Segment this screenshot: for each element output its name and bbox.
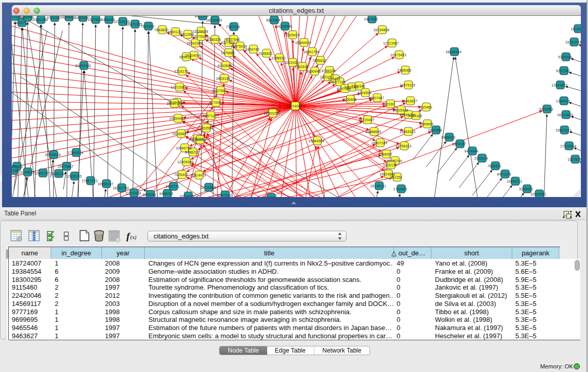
svg-text:8938923: 8938923 [441, 136, 455, 139]
svg-text:19463627: 19463627 [401, 99, 417, 103]
svg-text:9934512: 9934512 [263, 196, 277, 197]
svg-text:12942757: 12942757 [34, 171, 50, 175]
svg-text:1624554: 1624554 [357, 91, 371, 95]
svg-text:14055717: 14055717 [13, 21, 29, 25]
svg-text:2487682: 2487682 [364, 17, 378, 21]
svg-text:10973493: 10973493 [390, 53, 406, 57]
svg-text:1615132: 1615132 [383, 163, 397, 167]
svg-text:1244419: 1244419 [556, 99, 570, 103]
svg-text:15136141: 15136141 [370, 184, 386, 188]
svg-text:6794028: 6794028 [321, 69, 335, 73]
svg-text:1588520: 1588520 [271, 56, 285, 60]
svg-text:(x): (x) [130, 234, 137, 240]
svg-text:13226058: 13226058 [192, 30, 208, 33]
svg-text:20975867: 20975867 [57, 165, 73, 168]
svg-text:16033809: 16033809 [206, 18, 222, 22]
svg-text:16671355: 16671355 [126, 23, 142, 26]
svg-text:9777169: 9777169 [332, 80, 345, 84]
svg-text:11923448: 11923448 [125, 191, 141, 195]
svg-text:10807487: 10807487 [368, 96, 384, 100]
svg-text:19654923: 19654923 [399, 130, 415, 134]
svg-text:9474444: 9474444 [464, 149, 478, 153]
svg-text:8137546: 8137546 [226, 38, 239, 41]
svg-text:9384067: 9384067 [378, 152, 392, 156]
svg-text:7625402: 7625402 [174, 173, 188, 177]
svg-text:1640954: 1640954 [428, 128, 442, 132]
svg-text:18300295: 18300295 [264, 112, 279, 115]
svg-text:7357224: 7357224 [226, 25, 239, 29]
svg-text:20691406: 20691406 [32, 18, 48, 21]
svg-text:12093872: 12093872 [551, 83, 567, 87]
svg-text:10046788: 10046788 [176, 146, 191, 150]
svg-text:16543362: 16543362 [186, 41, 202, 45]
svg-text:989613: 989613 [179, 55, 191, 59]
svg-text:8454749: 8454749 [245, 48, 259, 51]
svg-text:989154: 989154 [12, 169, 18, 172]
svg-text:10025438: 10025438 [392, 108, 408, 112]
svg-text:20053346: 20053346 [75, 64, 91, 68]
svg-text:417006: 417006 [209, 101, 221, 104]
svg-text:1167533: 1167533 [568, 158, 581, 161]
svg-text:12505135: 12505135 [66, 174, 81, 178]
svg-text:15692971: 15692971 [555, 128, 571, 132]
svg-text:20206516: 20206516 [45, 153, 60, 157]
svg-text:9146821: 9146821 [258, 52, 272, 55]
svg-text:9245081: 9245081 [142, 193, 156, 196]
svg-text:2036448: 2036448 [342, 98, 356, 101]
svg-text:18724007: 18724007 [286, 104, 302, 108]
svg-text:10688609: 10688609 [365, 130, 381, 134]
svg-text:16914479: 16914479 [190, 173, 206, 177]
svg-text:8267130: 8267130 [203, 114, 216, 118]
svg-text:9721337: 9721337 [47, 16, 60, 19]
svg-text:9327503: 9327503 [221, 41, 234, 45]
svg-text:12975115: 12975115 [400, 83, 416, 87]
svg-text:7485063: 7485063 [397, 69, 411, 72]
svg-text:62160: 62160 [384, 102, 395, 106]
svg-text:9245652: 9245652 [519, 187, 533, 191]
svg-text:8471676: 8471676 [497, 172, 511, 176]
svg-text:15716485: 15716485 [200, 186, 215, 189]
svg-text:17016504: 17016504 [560, 144, 576, 148]
svg-text:18807249: 18807249 [371, 141, 387, 145]
svg-text:16120746: 16120746 [386, 159, 402, 163]
svg-text:16961758: 16961758 [303, 50, 319, 54]
svg-text:16720407: 16720407 [358, 118, 374, 122]
svg-text:13325419: 13325419 [284, 33, 299, 37]
svg-text:9483184: 9483184 [408, 114, 422, 118]
svg-text:1240994: 1240994 [192, 138, 206, 142]
svg-text:1112845: 1112845 [571, 27, 581, 31]
svg-text:7515526: 7515526 [140, 25, 154, 28]
svg-text:9445092: 9445092 [159, 192, 173, 195]
svg-text:8847216: 8847216 [217, 193, 231, 197]
svg-text:16210643: 16210643 [557, 113, 573, 117]
svg-text:19654985: 19654985 [169, 117, 185, 120]
svg-text:16154808: 16154808 [373, 28, 389, 32]
svg-text:252254: 252254 [390, 176, 402, 179]
svg-text:15751074: 15751074 [565, 40, 581, 44]
svg-text:6879197: 6879197 [452, 142, 466, 146]
svg-text:9115460: 9115460 [419, 105, 432, 109]
svg-text:9242848: 9242848 [217, 64, 231, 68]
svg-text:1875685: 1875685 [221, 51, 234, 55]
svg-text:10244502: 10244502 [179, 194, 195, 197]
svg-text:19384554: 19384554 [308, 139, 324, 143]
svg-text:2718176: 2718176 [174, 70, 188, 73]
svg-text:10654112: 10654112 [507, 180, 522, 183]
svg-text:8990448: 8990448 [307, 70, 320, 73]
svg-text:11156829: 11156829 [19, 170, 34, 174]
svg-text:11451194: 11451194 [50, 172, 66, 176]
svg-text:28676038: 28676038 [231, 45, 247, 48]
svg-text:1362615: 1362615 [294, 65, 308, 69]
svg-text:19166827: 19166827 [172, 132, 188, 136]
svg-text:8427552: 8427552 [212, 89, 226, 93]
svg-text:10958107: 10958107 [97, 182, 113, 186]
svg-text:15640910: 15640910 [295, 41, 311, 45]
svg-text:16782759: 16782759 [113, 186, 128, 190]
svg-text:1527602: 1527602 [88, 18, 101, 21]
svg-text:8186328: 8186328 [207, 38, 221, 41]
svg-text:19756923: 19756923 [395, 144, 411, 148]
svg-text:9699695: 9699695 [419, 122, 433, 126]
svg-text:8322037: 8322037 [285, 61, 298, 64]
svg-text:7955812: 7955812 [312, 59, 326, 62]
svg-text:9085061: 9085061 [12, 165, 23, 168]
